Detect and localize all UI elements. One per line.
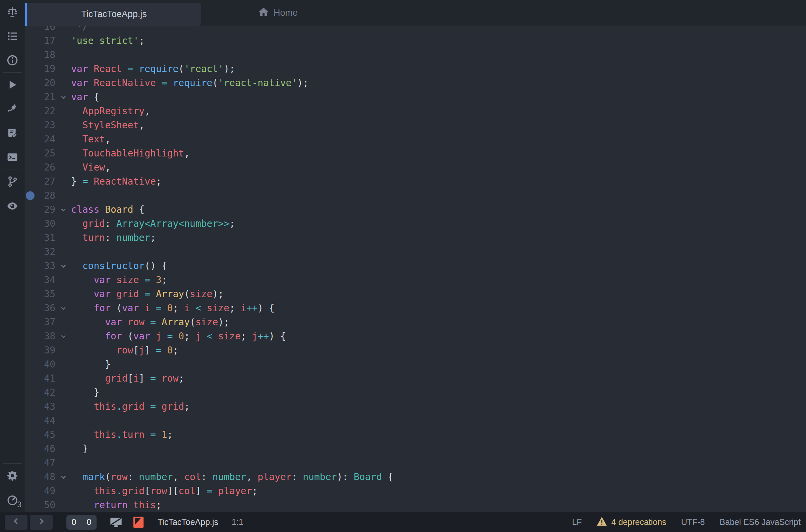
breakpoint-gutter[interactable]: [25, 231, 35, 245]
code-line[interactable]: 17'use strict';: [25, 34, 806, 48]
deprecations-indicator[interactable]: 4 deprecations: [597, 516, 666, 528]
breakpoint-gutter[interactable]: [25, 484, 35, 498]
line-number[interactable]: 22: [35, 104, 55, 118]
code-line[interactable]: 35 var grid = Array(size);: [25, 287, 806, 301]
breakpoint-gutter[interactable]: [25, 217, 35, 231]
info-icon[interactable]: [0, 48, 25, 72]
cursor-position[interactable]: 1:1: [232, 517, 243, 527]
code-line[interactable]: 20var ReactNative = require('react-nativ…: [25, 76, 806, 90]
code-line[interactable]: 28: [25, 189, 806, 203]
code-line[interactable]: 38 for (var j = 0; j < size; j++) {: [25, 329, 806, 343]
line-number[interactable]: 20: [35, 76, 55, 90]
code-line[interactable]: 25 TouchableHighlight,: [25, 146, 806, 160]
line-number[interactable]: 40: [35, 358, 55, 372]
breakpoint-gutter[interactable]: [25, 160, 35, 174]
line-number[interactable]: 23: [35, 118, 55, 132]
line-number[interactable]: 25: [35, 146, 55, 160]
line-number[interactable]: 16: [35, 26, 55, 34]
code-line[interactable]: 16 */: [25, 26, 806, 34]
code-line[interactable]: 19var React = require('react');: [25, 62, 806, 76]
forward-button[interactable]: [30, 515, 53, 530]
breakpoint-gutter[interactable]: [25, 442, 35, 456]
line-number[interactable]: 42: [35, 386, 55, 400]
code-line[interactable]: 22 AppRegistry,: [25, 104, 806, 118]
code-line[interactable]: 43 this.grid = grid;: [25, 400, 806, 414]
checklist-icon[interactable]: [0, 121, 25, 145]
code-line[interactable]: 33 constructor() {: [25, 259, 806, 273]
line-number[interactable]: 29: [35, 203, 55, 217]
code-line[interactable]: 26 View,: [25, 160, 806, 174]
encoding[interactable]: UTF-8: [681, 517, 705, 527]
code-line[interactable]: 47: [25, 456, 806, 470]
breakpoint-gutter[interactable]: [25, 48, 35, 62]
line-number[interactable]: 17: [35, 34, 55, 48]
line-number[interactable]: 27: [35, 174, 55, 189]
code-line[interactable]: 45 this.turn = 1;: [25, 428, 806, 442]
breakpoint-gutter[interactable]: [25, 245, 35, 259]
code-line[interactable]: 49 this.grid[row][col] = player;: [25, 484, 806, 498]
breakpoint-gutter[interactable]: [25, 174, 35, 189]
back-button[interactable]: [4, 515, 28, 530]
line-number[interactable]: 37: [35, 315, 55, 329]
fold-chevron-icon[interactable]: [55, 301, 71, 315]
line-number[interactable]: 43: [35, 400, 55, 414]
breakpoint-gutter[interactable]: [25, 456, 35, 470]
grammar[interactable]: Babel ES6 JavaScript: [719, 517, 801, 527]
code-line[interactable]: 42 }: [25, 386, 806, 400]
code-line[interactable]: 41 grid[i] = row;: [25, 372, 806, 386]
breakpoint-dot[interactable]: [25, 189, 35, 203]
line-number[interactable]: 50: [35, 498, 55, 512]
code-line[interactable]: 36 for (var i = 0; i < size; i++) {: [25, 301, 806, 315]
breakpoint-gutter[interactable]: [25, 34, 35, 48]
line-number[interactable]: 46: [35, 442, 55, 456]
code-line[interactable]: 24 Text,: [25, 132, 806, 146]
fold-chevron-icon[interactable]: [55, 329, 71, 343]
line-number[interactable]: 45: [35, 428, 55, 442]
breakpoint-gutter[interactable]: [25, 104, 35, 118]
line-number[interactable]: 31: [35, 231, 55, 245]
line-number[interactable]: 19: [35, 62, 55, 76]
code-editor[interactable]: 16 */17'use strict';1819var React = requ…: [25, 26, 806, 512]
fold-chevron-icon[interactable]: [55, 203, 71, 217]
line-number[interactable]: 21: [35, 90, 55, 104]
code-line[interactable]: 37 var row = Array(size);: [25, 315, 806, 329]
breakpoint-gutter[interactable]: [25, 358, 35, 372]
line-ending[interactable]: LF: [572, 517, 582, 527]
breakpoint-gutter[interactable]: [25, 132, 35, 146]
breakpoint-gutter[interactable]: [25, 301, 35, 315]
code-line[interactable]: 18: [25, 48, 806, 62]
code-line[interactable]: 39 row[j] = 0;: [25, 343, 806, 358]
line-number[interactable]: 33: [35, 259, 55, 273]
line-number[interactable]: 39: [35, 343, 55, 358]
code-line[interactable]: 21var {: [25, 90, 806, 104]
diagnostics-pill[interactable]: 0 0: [67, 515, 96, 530]
eye-icon[interactable]: [0, 194, 25, 218]
breakpoint-gutter[interactable]: [25, 329, 35, 343]
code-line[interactable]: 32: [25, 245, 806, 259]
line-number[interactable]: 47: [35, 456, 55, 470]
code-line[interactable]: 50 return this;: [25, 498, 806, 512]
device-monitor-icon[interactable]: [109, 516, 123, 529]
breakpoint-gutter[interactable]: [25, 90, 35, 104]
breakpoint-gutter[interactable]: [25, 273, 35, 287]
code-line[interactable]: 46 }: [25, 442, 806, 456]
tab-home[interactable]: Home: [258, 0, 298, 26]
line-number[interactable]: 26: [35, 160, 55, 174]
line-number[interactable]: 36: [35, 301, 55, 315]
fold-chevron-icon[interactable]: [55, 259, 71, 273]
code-line[interactable]: 48 mark(row: number, col: number, player…: [25, 470, 806, 484]
flow-coverage-icon[interactable]: [133, 516, 144, 528]
fold-chevron-icon[interactable]: [55, 470, 71, 484]
breakpoint-gutter[interactable]: [25, 428, 35, 442]
breakpoint-gutter[interactable]: [25, 287, 35, 301]
line-number[interactable]: 18: [35, 48, 55, 62]
line-number[interactable]: 24: [35, 132, 55, 146]
line-number[interactable]: 44: [35, 414, 55, 428]
breakpoint-gutter[interactable]: [25, 400, 35, 414]
breakpoint-gutter[interactable]: [25, 414, 35, 428]
tab-tictactoeapp[interactable]: TicTacToeApp.js: [25, 3, 201, 26]
line-number[interactable]: 32: [35, 245, 55, 259]
code-line[interactable]: 27} = ReactNative;: [25, 174, 806, 189]
play-icon[interactable]: [0, 73, 25, 97]
breakpoint-gutter[interactable]: [25, 203, 35, 217]
